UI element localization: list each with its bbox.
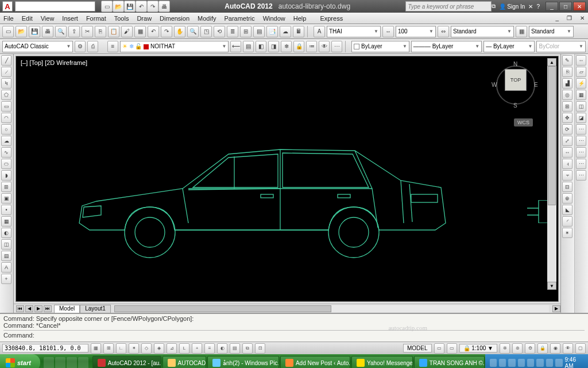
layer-misc-icon[interactable]: ⋯: [331, 41, 342, 52]
tray-icon[interactable]: [536, 359, 543, 367]
insert-icon[interactable]: ⊞: [1, 182, 11, 192]
gradient-icon[interactable]: ◐: [1, 228, 11, 238]
lwt-icon[interactable]: ≡: [204, 343, 215, 354]
start-button[interactable]: start: [0, 354, 40, 368]
minimize-button[interactable]: _: [546, 2, 558, 11]
layer-match-icon[interactable]: ≔: [306, 41, 317, 52]
pline-icon[interactable]: Ϟ: [1, 78, 11, 89]
toolpalette-icon[interactable]: ▤: [253, 26, 265, 37]
tray-icon[interactable]: [490, 359, 497, 367]
drawing-canvas[interactable]: [–] [Top] [2D Wireframe] N S E W TOP WCS: [16, 56, 559, 302]
open-icon[interactable]: 📂: [16, 26, 27, 37]
line-icon[interactable]: ╱: [1, 55, 11, 66]
menu-file[interactable]: File: [3, 15, 14, 22]
table-icon[interactable]: ▤: [1, 251, 11, 261]
ql-icon-3[interactable]: [67, 357, 77, 368]
help-search-input[interactable]: [405, 1, 492, 12]
chamfer-icon[interactable]: ◣: [562, 205, 572, 215]
publish-icon[interactable]: ⇪: [68, 26, 80, 37]
menu-view[interactable]: View: [41, 15, 55, 22]
move-icon[interactable]: ✥: [562, 113, 572, 123]
misc5-icon[interactable]: ⋯: [576, 170, 586, 181]
ungroup-icon[interactable]: ◪: [576, 113, 586, 123]
menu-draw[interactable]: Draw: [137, 15, 152, 22]
quickselect-icon[interactable]: ⚡: [576, 78, 586, 89]
lineweight-selector[interactable]: — ByLayer▼: [483, 41, 535, 52]
layer-mgr-icon[interactable]: ≡: [107, 41, 118, 52]
ellipsearc-icon[interactable]: ◗: [1, 170, 11, 181]
task-yahoo[interactable]: Yahoo! Messenger: [351, 356, 413, 368]
tab-layout1[interactable]: Layout1: [80, 305, 111, 313]
tab-prev-icon[interactable]: ◀: [25, 305, 33, 312]
view-label[interactable]: [–] [Top] [2D Wireframe]: [21, 59, 87, 66]
ws-switch-icon[interactable]: ⚙: [525, 343, 535, 354]
infocenter-icon[interactable]: ⧉: [492, 3, 496, 10]
textstyle-selector[interactable]: THAI▼: [327, 26, 381, 37]
quickview2-icon[interactable]: ▭: [447, 343, 457, 354]
menu-insert[interactable]: Insert: [62, 15, 78, 22]
task-autocad[interactable]: AutoCAD 2012 - [au...: [92, 356, 161, 368]
zoomwin-icon[interactable]: ◳: [200, 26, 212, 37]
misc1-icon[interactable]: ⋯: [576, 124, 586, 135]
doc-minimize-icon[interactable]: _: [555, 15, 559, 21]
qat-open-icon[interactable]: 📂: [113, 1, 124, 12]
misc4-icon[interactable]: ⋯: [576, 159, 586, 169]
annoscale-button[interactable]: 🔒 1:100 ▼: [459, 344, 498, 352]
markup-icon[interactable]: ☁: [280, 26, 291, 37]
isolate-icon[interactable]: 👁: [563, 343, 573, 354]
ws-save-icon[interactable]: ⎙: [87, 41, 98, 52]
trim-icon[interactable]: ⫞: [562, 159, 572, 169]
new-icon[interactable]: ▭: [2, 26, 14, 37]
tray-icon[interactable]: [508, 359, 515, 367]
doc-close-icon[interactable]: ✕: [580, 15, 585, 21]
menu-express[interactable]: Express: [320, 15, 343, 22]
coords-display[interactable]: 330840.8, 18101.9, 0.0: [2, 344, 88, 352]
command-prompt[interactable]: Command:: [3, 330, 585, 339]
misc3-icon[interactable]: ⋯: [576, 147, 586, 158]
rectangle-icon[interactable]: ▭: [1, 101, 11, 112]
model-button[interactable]: MODEL: [403, 344, 432, 352]
tray-icon[interactable]: [499, 359, 506, 367]
zoomprev-icon[interactable]: ⟲: [214, 26, 225, 37]
designcenter-icon[interactable]: ⊞: [240, 26, 252, 37]
linetype-selector[interactable]: ——— ByLayer▼: [411, 41, 482, 52]
scroll-thumb[interactable]: [548, 66, 556, 205]
mtext-icon[interactable]: A: [1, 262, 11, 273]
tab-model[interactable]: Model: [54, 305, 80, 313]
block-icon[interactable]: ▣: [1, 193, 11, 204]
offset-icon[interactable]: ◎: [562, 90, 572, 100]
break-icon[interactable]: ⊟: [562, 182, 572, 192]
otrack-icon[interactable]: ⊿: [167, 343, 177, 354]
copy-icon[interactable]: ⎘: [95, 26, 106, 37]
qat-new-icon[interactable]: ▭: [101, 1, 113, 12]
qp-icon[interactable]: ▤: [230, 343, 240, 354]
task-folder[interactable]: AUTOCAD: [163, 356, 207, 368]
area-icon[interactable]: ▱: [576, 67, 586, 77]
annovis-icon[interactable]: ✲: [500, 343, 510, 354]
compass-n[interactable]: N: [513, 61, 517, 67]
tpy-icon[interactable]: ◐: [217, 343, 227, 354]
copy2-icon[interactable]: ⎘: [562, 67, 572, 77]
cut-icon[interactable]: ✂: [82, 26, 93, 37]
layer-frz-icon[interactable]: ❄: [281, 41, 292, 52]
ql-icon-2[interactable]: [55, 357, 65, 368]
help-icon[interactable]: ?: [536, 3, 540, 10]
layer-state-icon[interactable]: ▤: [243, 41, 254, 52]
command-window[interactable]: Command: Specify opposite corner or [Fen…: [0, 313, 588, 342]
join-icon[interactable]: ⊕: [562, 193, 572, 204]
layer-walk-icon[interactable]: 👁: [319, 41, 330, 52]
group-icon[interactable]: ◫: [576, 101, 586, 112]
wcs-badge[interactable]: WCS: [514, 118, 533, 126]
quickcalc-icon[interactable]: 🖩: [293, 26, 304, 37]
rotate-icon[interactable]: ⟳: [562, 124, 572, 135]
osnap-icon[interactable]: ◇: [141, 343, 152, 354]
qat-print-icon[interactable]: 🖶: [158, 1, 170, 12]
task-picture[interactable]: ảnh(2) - Windows Pic...: [207, 356, 279, 368]
arc-icon[interactable]: ◠: [1, 113, 11, 123]
polar-icon[interactable]: ✶: [129, 343, 139, 354]
tab-next-icon[interactable]: ▶: [34, 305, 42, 312]
scroll-down-icon[interactable]: ▼: [547, 282, 556, 290]
viewcube[interactable]: N S E W TOP: [493, 62, 539, 120]
plotstyle-selector[interactable]: ByColor▼: [536, 41, 586, 52]
hscroll-thumb[interactable]: [114, 305, 332, 312]
